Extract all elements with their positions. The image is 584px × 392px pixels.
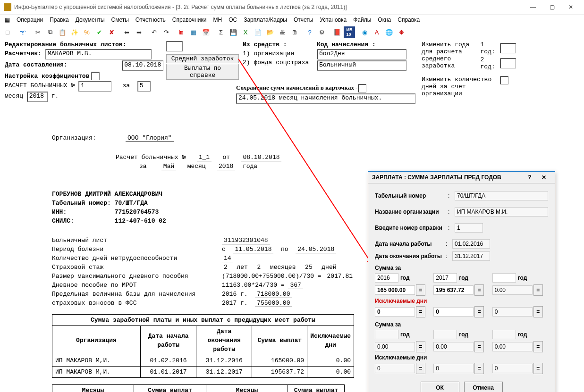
- open-icon[interactable]: 📂: [264, 26, 276, 38]
- excl1-field[interactable]: [375, 307, 415, 317]
- ammy-icon[interactable]: A: [371, 26, 382, 38]
- menu-item[interactable]: Документы: [73, 16, 108, 24]
- paste-icon[interactable]: 📋: [57, 26, 68, 38]
- sigma-icon[interactable]: Σ: [215, 26, 227, 38]
- globe-icon[interactable]: 🌐: [383, 26, 395, 38]
- edit-bl-picker[interactable]: [166, 41, 183, 51]
- menu-item[interactable]: Сметы: [109, 16, 132, 24]
- sum3-field[interactable]: [492, 285, 533, 295]
- redo-icon[interactable]: ↷: [161, 26, 172, 38]
- org-field[interactable]: [455, 207, 548, 217]
- calendar-icon[interactable]: 📅: [200, 26, 212, 38]
- date-input[interactable]: 08.10.2018: [122, 60, 163, 71]
- eq-button[interactable]: =: [416, 284, 425, 296]
- year-input[interactable]: 2018: [27, 92, 48, 102]
- cut-icon[interactable]: ✂: [32, 26, 43, 38]
- change-days-checkbox[interactable]: [500, 76, 508, 84]
- eq-button[interactable]: =: [416, 363, 425, 374]
- left-icon[interactable]: ⬅: [121, 26, 132, 38]
- year2-field[interactable]: [433, 273, 457, 283]
- year3-field[interactable]: [492, 273, 516, 283]
- menu-item[interactable]: Файлы: [350, 16, 374, 24]
- pay-by-cert-button[interactable]: Выплаты по справке: [166, 64, 239, 80]
- percent-icon[interactable]: %: [81, 26, 93, 38]
- grid-icon[interactable]: ▦: [188, 26, 199, 38]
- doc-icon[interactable]: 📄: [252, 26, 263, 38]
- year2-input[interactable]: [500, 58, 516, 68]
- month-input[interactable]: 5: [137, 81, 151, 92]
- new-icon[interactable]: □: [2, 26, 13, 38]
- undo-icon[interactable]: ↶: [148, 26, 160, 38]
- maximize-button[interactable]: ▢: [542, 1, 561, 13]
- avg-earn-button[interactable]: Средний заработок: [166, 54, 239, 63]
- cert-num-field[interactable]: [455, 223, 483, 233]
- teamviewer-icon[interactable]: ◉: [359, 26, 370, 38]
- tab-field[interactable]: [455, 191, 548, 200]
- year6-field[interactable]: [492, 330, 516, 339]
- calc-bl-num-input[interactable]: 1: [78, 81, 111, 92]
- eq-button[interactable]: =: [533, 306, 543, 317]
- dialog-help-button[interactable]: ?: [523, 174, 537, 181]
- year4-field[interactable]: [375, 330, 398, 339]
- year5-field[interactable]: [433, 330, 457, 339]
- code-1-input[interactable]: бол2Дня: [317, 49, 406, 59]
- excel-icon[interactable]: X: [240, 26, 251, 38]
- right-icon[interactable]: ➡: [133, 26, 144, 38]
- eq-button[interactable]: =: [474, 341, 484, 352]
- calculator-icon[interactable]: 🖩: [176, 26, 187, 38]
- menu-item[interactable]: Справочники: [169, 16, 210, 24]
- eq-button[interactable]: =: [533, 363, 543, 374]
- sum1-field[interactable]: [375, 285, 415, 295]
- print-icon[interactable]: 🖶: [277, 26, 288, 38]
- date-start-field[interactable]: [452, 239, 490, 249]
- menu-item[interactable]: Отчетность: [133, 16, 169, 24]
- save-checkbox[interactable]: [358, 84, 366, 92]
- sum6-field[interactable]: [492, 342, 533, 351]
- date-end-field[interactable]: [452, 251, 490, 261]
- year1-field[interactable]: [375, 273, 398, 283]
- coef-checkbox[interactable]: [91, 72, 100, 80]
- eq-button[interactable]: =: [474, 284, 484, 296]
- eq-button[interactable]: =: [416, 306, 425, 317]
- cancel-button[interactable]: Отмена: [464, 382, 503, 392]
- excl4-field[interactable]: [375, 364, 415, 373]
- year1-input[interactable]: [500, 43, 516, 53]
- code-2-input[interactable]: Больничный: [317, 60, 406, 71]
- raschetchik-input[interactable]: МАКАРОВ М.В.: [45, 49, 152, 59]
- eq-button[interactable]: =: [474, 363, 484, 374]
- book-icon[interactable]: 📕: [331, 26, 343, 38]
- minimize-button[interactable]: —: [524, 1, 542, 13]
- close-button[interactable]: ✕: [561, 1, 580, 13]
- sum5-field[interactable]: [433, 342, 474, 351]
- sum2-field[interactable]: [433, 285, 474, 295]
- menu-item[interactable]: МН: [210, 16, 225, 24]
- dialog-close-button[interactable]: ✕: [537, 174, 551, 181]
- excl6-field[interactable]: [492, 364, 533, 373]
- flower-icon[interactable]: ❋: [396, 26, 407, 38]
- menu-item[interactable]: Справка: [395, 16, 423, 24]
- x-icon[interactable]: ✘: [106, 26, 117, 38]
- menu-item[interactable]: Операции: [14, 16, 46, 24]
- sum4-field[interactable]: [375, 342, 415, 351]
- eq-button[interactable]: =: [533, 341, 543, 352]
- menu-item[interactable]: Отчеты: [291, 16, 316, 24]
- settings-icon[interactable]: ⚙: [316, 26, 328, 38]
- menu-item[interactable]: Зарплата/Кадры: [241, 16, 290, 24]
- excl3-field[interactable]: [492, 307, 533, 317]
- menu-item[interactable]: ОС: [226, 16, 240, 24]
- ok-button[interactable]: ОК: [421, 382, 459, 392]
- hb-icon[interactable]: ИБ10: [344, 26, 355, 38]
- preview-icon[interactable]: 🗎: [289, 26, 300, 38]
- wand-icon[interactable]: ✨: [69, 26, 80, 38]
- copy-icon[interactable]: ⧉: [44, 26, 56, 38]
- save-icon[interactable]: 💾: [228, 26, 239, 38]
- eq-button[interactable]: =: [416, 341, 425, 352]
- excl2-field[interactable]: [433, 307, 474, 317]
- eq-button[interactable]: =: [474, 306, 484, 317]
- check-icon[interactable]: ✔: [93, 26, 105, 38]
- menu-item[interactable]: Окна: [375, 16, 394, 24]
- menu-item[interactable]: Правка: [47, 16, 72, 24]
- menu-icon[interactable]: ▦: [2, 16, 13, 24]
- menu-item[interactable]: Установка: [317, 16, 349, 24]
- filter-icon[interactable]: 🝖: [17, 26, 28, 38]
